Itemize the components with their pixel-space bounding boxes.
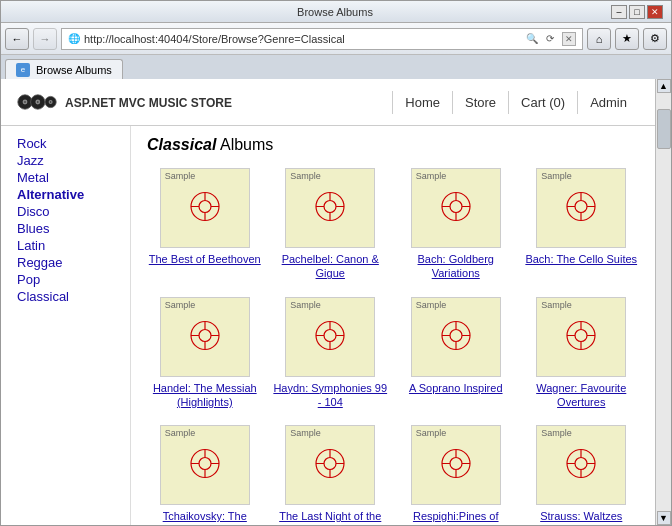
thumb-label: Sample <box>286 426 325 440</box>
album-item: Sample The Last Night of the Proms <box>273 425 389 525</box>
svg-point-16 <box>324 201 336 213</box>
crosshair-icon <box>561 187 601 230</box>
address-text: http://localhost:40404/Store/Browse?Genr… <box>84 33 522 45</box>
album-name[interactable]: Bach: Goldberg Variations <box>398 252 514 281</box>
thumb-label: Sample <box>412 169 451 183</box>
nav-extras: ⌂ ★ ⚙ <box>587 28 667 50</box>
sidebar-item-disco[interactable]: Disco <box>17 204 114 219</box>
page-area: ASP.NET MVC MUSIC STORE Home Store Cart … <box>1 79 671 525</box>
sidebar-item-blues[interactable]: Blues <box>17 221 114 236</box>
album-item: Sample Pachelbel: Canon & Gigue <box>273 168 389 281</box>
sidebar-item-pop[interactable]: Pop <box>17 272 114 287</box>
scroll-up[interactable]: ▲ <box>657 79 671 93</box>
back-button[interactable]: ← <box>5 28 29 50</box>
site-header: ASP.NET MVC MUSIC STORE Home Store Cart … <box>1 79 655 126</box>
thumb-label: Sample <box>286 298 325 312</box>
svg-point-46 <box>450 329 462 341</box>
main-layout: Rock Jazz Metal Alternative Disco Blues … <box>1 126 655 525</box>
sidebar-item-jazz[interactable]: Jazz <box>17 153 114 168</box>
tabs-bar: e Browse Albums <box>1 55 671 79</box>
sidebar-item-classical[interactable]: Classical <box>17 289 114 304</box>
sidebar-item-rock[interactable]: Rock <box>17 136 114 151</box>
svg-point-40 <box>324 329 336 341</box>
crosshair-icon <box>436 315 476 358</box>
svg-point-64 <box>324 458 336 470</box>
scroll-down[interactable]: ▼ <box>657 511 671 525</box>
crosshair-icon <box>185 444 225 487</box>
window-controls: – □ ✕ <box>611 5 663 19</box>
sidebar: Rock Jazz Metal Alternative Disco Blues … <box>1 126 131 525</box>
site-nav: Home Store Cart (0) Admin <box>392 91 639 114</box>
logo-area: ASP.NET MVC MUSIC STORE <box>17 87 232 117</box>
site-logo <box>17 87 57 117</box>
album-thumbnail: Sample <box>411 168 501 248</box>
nav-cart[interactable]: Cart (0) <box>508 91 577 114</box>
crosshair-icon <box>310 444 350 487</box>
svg-point-58 <box>199 458 211 470</box>
tab-label: Browse Albums <box>36 64 112 76</box>
album-name[interactable]: Strauss: Waltzes <box>540 509 622 523</box>
site-title: ASP.NET MVC MUSIC STORE <box>65 96 232 110</box>
sidebar-item-reggae[interactable]: Reggae <box>17 255 114 270</box>
album-item: Sample Wagner: Favourite Overtures <box>524 297 640 410</box>
window-title: Browse Albums <box>59 6 611 18</box>
album-name[interactable]: Handel: The Messiah (Highlights) <box>147 381 263 410</box>
svg-point-5 <box>37 101 39 103</box>
thumb-label: Sample <box>537 298 576 312</box>
crosshair-icon <box>436 444 476 487</box>
album-name[interactable]: Wagner: Favourite Overtures <box>524 381 640 410</box>
search-icon: 🔍 <box>526 33 538 44</box>
title-bar: Browse Albums – □ ✕ <box>1 1 671 23</box>
crosshair-icon <box>185 315 225 358</box>
forward-button[interactable]: → <box>33 28 57 50</box>
album-thumbnail: Sample <box>160 168 250 248</box>
crosshair-icon <box>310 315 350 358</box>
album-name[interactable]: Bach: The Cello Suites <box>525 252 637 266</box>
album-name[interactable]: Pachelbel: Canon & Gigue <box>273 252 389 281</box>
crosshair-icon <box>561 444 601 487</box>
album-name[interactable]: Tchaikovsky: The Nutcracker <box>147 509 263 525</box>
album-item: Sample Respighi:Pines of Rome <box>398 425 514 525</box>
thumb-label: Sample <box>412 426 451 440</box>
thumb-label: Sample <box>161 298 200 312</box>
album-grid: Sample The Best of Beethoven Sample <box>147 168 639 525</box>
content-area: Classical Albums Sample The Best of Beet… <box>131 126 655 525</box>
nav-home[interactable]: Home <box>392 91 452 114</box>
album-thumbnail: Sample <box>536 425 626 505</box>
nav-admin[interactable]: Admin <box>577 91 639 114</box>
tab-favicon: e <box>16 63 30 77</box>
favorites-button[interactable]: ★ <box>615 28 639 50</box>
refresh-button[interactable]: ⟳ <box>542 31 558 47</box>
thumb-label: Sample <box>412 298 451 312</box>
stop-button[interactable]: ✕ <box>562 32 576 46</box>
svg-point-52 <box>575 329 587 341</box>
svg-point-8 <box>50 101 52 103</box>
maximize-button[interactable]: □ <box>629 5 645 19</box>
album-item: Sample Tchaikovsky: The Nutcracker <box>147 425 263 525</box>
page-title: Classical Albums <box>147 136 639 154</box>
album-name[interactable]: The Last Night of the Proms <box>273 509 389 525</box>
minimize-button[interactable]: – <box>611 5 627 19</box>
album-name[interactable]: The Best of Beethoven <box>149 252 261 266</box>
album-item: Sample Haydn: Symphonies 99 - 104 <box>273 297 389 410</box>
album-thumbnail: Sample <box>285 425 375 505</box>
album-item: Sample Bach: The Cello Suites <box>524 168 640 281</box>
thumb-label: Sample <box>286 169 325 183</box>
nav-store[interactable]: Store <box>452 91 508 114</box>
genre-name: Classical <box>147 136 216 153</box>
album-name[interactable]: Respighi:Pines of Rome <box>398 509 514 525</box>
svg-point-28 <box>575 201 587 213</box>
scrollbar-thumb[interactable] <box>657 109 671 149</box>
svg-point-76 <box>575 458 587 470</box>
tools-button[interactable]: ⚙ <box>643 28 667 50</box>
album-name[interactable]: Haydn: Symphonies 99 - 104 <box>273 381 389 410</box>
sidebar-item-latin[interactable]: Latin <box>17 238 114 253</box>
close-button[interactable]: ✕ <box>647 5 663 19</box>
active-tab[interactable]: e Browse Albums <box>5 59 123 79</box>
sidebar-item-metal[interactable]: Metal <box>17 170 114 185</box>
nav-bar: ← → 🌐 http://localhost:40404/Store/Brows… <box>1 23 671 55</box>
home-nav-button[interactable]: ⌂ <box>587 28 611 50</box>
address-bar[interactable]: 🌐 http://localhost:40404/Store/Browse?Ge… <box>61 28 583 50</box>
sidebar-item-alternative[interactable]: Alternative <box>17 187 114 202</box>
album-name[interactable]: A Soprano Inspired <box>409 381 503 395</box>
